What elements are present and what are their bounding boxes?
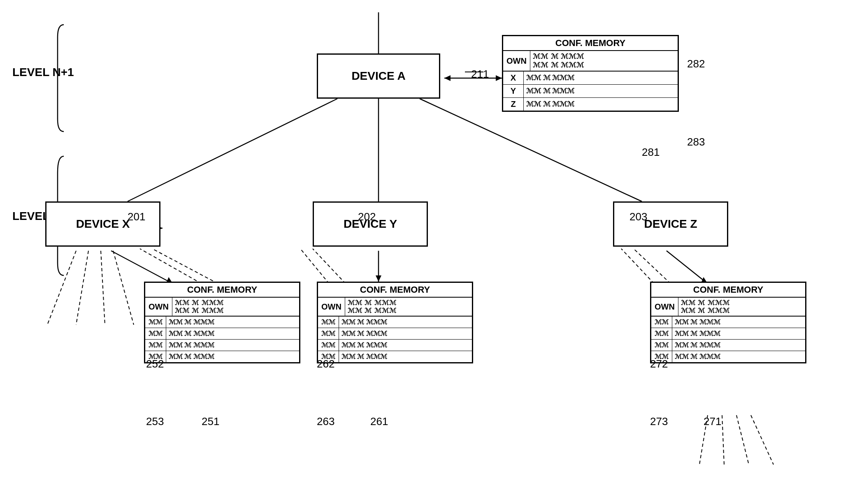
ref-251: 251: [202, 415, 219, 428]
conf-memory-z-row1-label: ℳℳ: [651, 317, 672, 328]
conf-memory-x-row2-label: ℳℳ: [145, 328, 166, 339]
ref-283: 283: [687, 136, 705, 148]
device-x-label: DEVICE X: [76, 217, 130, 231]
conf-memory-z-row1-data: ℳℳ ℳ ℳℳℳ: [672, 317, 805, 328]
conf-memory-y-row2-label: ℳℳ: [318, 328, 339, 339]
ref-262: 262: [317, 358, 334, 370]
conf-memory-z-row4-data: ℳℳ ℳ ℳℳℳ: [672, 351, 805, 362]
conf-memory-a-z-data: ℳℳ ℳ ℳℳℳ: [524, 98, 678, 111]
conf-memory-x: CONF. MEMORY OWN ℳℳ ℳ ℳℳℳ ℳℳ ℳ ℳℳℳ ℳℳ ℳℳ…: [144, 282, 300, 363]
conf-memory-x-row1-label: ℳℳ: [145, 317, 166, 328]
ref-211: 211: [471, 68, 489, 81]
ref-202: 202: [358, 210, 376, 223]
conf-memory-a-x-label: X: [503, 72, 524, 84]
svg-marker-5: [444, 75, 451, 81]
conf-memory-x-row2-data: ℳℳ ℳ ℳℳℳ: [166, 328, 299, 339]
ref-282: 282: [687, 58, 705, 70]
conf-memory-y-row1-data: ℳℳ ℳ ℳℳℳ: [339, 317, 472, 328]
ref-253: 253: [146, 415, 164, 428]
device-a-label: DEVICE A: [351, 69, 405, 83]
svg-line-23: [113, 251, 134, 325]
ref-272: 272: [650, 358, 668, 370]
diagram-container: LEVEL N+1 LEVEL N DEVICE A CONF. MEMORY …: [0, 0, 864, 504]
ref-261: 261: [370, 415, 388, 428]
svg-line-20: [47, 251, 76, 325]
conf-memory-x-own-label: OWN: [145, 298, 172, 316]
conf-memory-a: CONF. MEMORY OWN ℳℳ ℳ ℳℳℳ ℳℳ ℳ ℳℳℳ X ℳℳ …: [502, 35, 679, 112]
conf-memory-y-row2-data: ℳℳ ℳ ℳℳℳ: [339, 328, 472, 339]
device-a-box: DEVICE A: [317, 53, 440, 99]
svg-marker-17: [376, 275, 381, 282]
svg-line-27: [313, 249, 346, 284]
conf-memory-z: CONF. MEMORY OWN ℳℳ ℳ ℳℳℳ ℳℳ ℳ ℳℳℳ ℳℳ ℳℳ…: [650, 282, 806, 363]
svg-line-31: [722, 415, 724, 465]
ref-271: 271: [704, 415, 721, 428]
svg-line-18: [667, 251, 708, 284]
conf-memory-a-z-label: Z: [503, 98, 524, 111]
ref-201: 201: [128, 210, 145, 223]
svg-line-33: [751, 415, 773, 465]
conf-memory-y-row1-label: ℳℳ: [318, 317, 339, 328]
conf-memory-z-row3-label: ℳℳ: [651, 340, 672, 351]
conf-memory-z-own-data: ℳℳ ℳ ℳℳℳ ℳℳ ℳ ℳℳℳ: [678, 298, 805, 316]
conf-memory-a-own-label: OWN: [503, 51, 530, 71]
svg-line-14: [111, 251, 173, 284]
level-n-plus-1-label: LEVEL N+1: [12, 66, 74, 79]
svg-line-28: [621, 249, 654, 284]
conf-memory-y-own-label: OWN: [318, 298, 345, 316]
svg-line-26: [300, 249, 329, 284]
svg-marker-6: [496, 75, 502, 81]
svg-line-22: [101, 251, 105, 325]
ref-203: 203: [629, 210, 647, 223]
ref-281: 281: [642, 146, 660, 159]
conf-memory-y-row3-data: ℳℳ ℳ ℳℳℳ: [339, 340, 472, 351]
svg-line-24: [140, 249, 202, 284]
device-z-label: DEVICE Z: [644, 217, 697, 231]
svg-line-1: [128, 99, 337, 201]
svg-line-21: [76, 251, 88, 325]
conf-memory-x-row3-data: ℳℳ ℳ ℳℳℳ: [166, 340, 299, 351]
conf-memory-x-row4-data: ℳℳ ℳ ℳℳℳ: [166, 351, 299, 362]
conf-memory-z-row3-data: ℳℳ ℳ ℳℳℳ: [672, 340, 805, 351]
device-x-box: DEVICE X: [45, 201, 160, 247]
conf-memory-a-title: CONF. MEMORY: [503, 36, 678, 51]
svg-line-32: [736, 415, 749, 465]
conf-memory-x-title: CONF. MEMORY: [145, 283, 299, 298]
ref-273: 273: [650, 415, 668, 428]
ref-252: 252: [146, 358, 164, 370]
conf-memory-y: CONF. MEMORY OWN ℳℳ ℳ ℳℳℳ ℳℳ ℳ ℳℳℳ ℳℳ ℳℳ…: [317, 282, 473, 363]
conf-memory-x-row1-data: ℳℳ ℳ ℳℳℳ: [166, 317, 299, 328]
conf-memory-y-row4-data: ℳℳ ℳ ℳℳℳ: [339, 351, 472, 362]
conf-memory-a-y-label: Y: [503, 85, 524, 97]
ref-263: 263: [317, 415, 334, 428]
svg-line-29: [634, 249, 671, 284]
conf-memory-a-own-data: ℳℳ ℳ ℳℳℳ ℳℳ ℳ ℳℳℳ: [530, 51, 678, 71]
conf-memory-y-own-data: ℳℳ ℳ ℳℳℳ ℳℳ ℳ ℳℳℳ: [345, 298, 472, 316]
conf-memory-x-own-data: ℳℳ ℳ ℳℳℳ ℳℳ ℳ ℳℳℳ: [172, 298, 299, 316]
conf-memory-z-row2-label: ℳℳ: [651, 328, 672, 339]
conf-memory-a-x-data: ℳℳ ℳ ℳℳℳ: [524, 72, 678, 84]
conf-memory-a-y-data: ℳℳ ℳ ℳℳℳ: [524, 85, 678, 97]
conf-memory-z-title: CONF. MEMORY: [651, 283, 805, 298]
svg-line-3: [420, 99, 642, 201]
conf-memory-x-row3-label: ℳℳ: [145, 340, 166, 351]
conf-memory-y-title: CONF. MEMORY: [318, 283, 472, 298]
device-y-box: DEVICE Y: [313, 201, 428, 247]
conf-memory-z-row2-data: ℳℳ ℳ ℳℳℳ: [672, 328, 805, 339]
conf-memory-y-row3-label: ℳℳ: [318, 340, 339, 351]
conf-memory-z-own-label: OWN: [651, 298, 678, 316]
device-z-box: DEVICE Z: [613, 201, 728, 247]
